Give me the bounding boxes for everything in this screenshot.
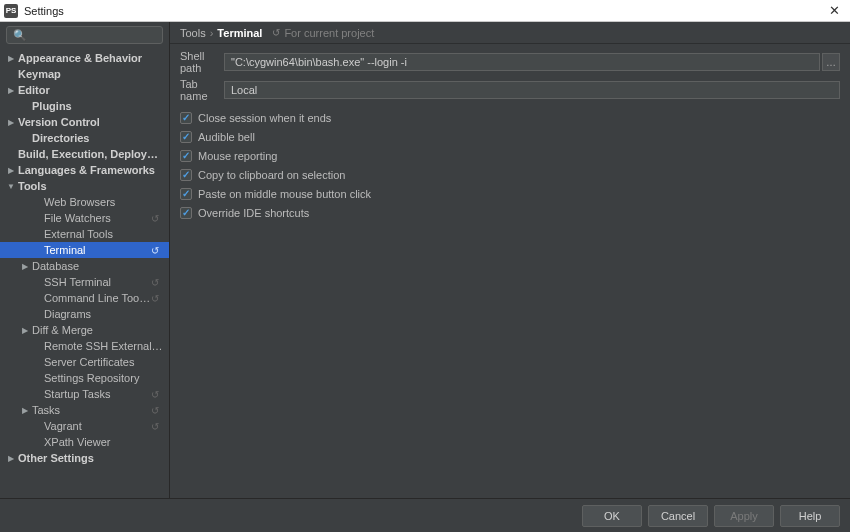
tree-item-tools[interactable]: ▼Tools <box>0 178 169 194</box>
tree-item-editor[interactable]: ▶Editor <box>0 82 169 98</box>
spacer: ▶ <box>30 374 44 383</box>
chevron-right-icon[interactable]: ▶ <box>4 54 18 63</box>
search-input[interactable] <box>31 28 173 42</box>
spacer: ▶ <box>30 390 44 399</box>
checkbox-copy-to-clipboard-on-selection[interactable]: Copy to clipboard on selection <box>180 165 840 184</box>
tree-item-external-tools[interactable]: ▶External Tools <box>0 226 169 242</box>
tree-item-appearance-behavior[interactable]: ▶Appearance & Behavior <box>0 50 169 66</box>
tab-name-row: Tab name <box>180 78 840 102</box>
tree-item-label: External Tools <box>44 228 165 240</box>
settings-tree-panel: 🔍 ▶Appearance & Behavior▶Keymap▶Editor▶P… <box>0 22 170 498</box>
chevron-right-icon: › <box>210 27 214 39</box>
settings-content-panel: Tools › Terminal ↺ For current project S… <box>170 22 850 498</box>
tree-item-label: Editor <box>18 84 165 96</box>
checkbox-box[interactable] <box>180 188 192 200</box>
tab-name-input[interactable] <box>224 81 840 99</box>
project-scope-icon: ↺ <box>151 213 165 224</box>
checkbox-label: Paste on middle mouse button click <box>198 188 371 200</box>
tree-item-label: Tasks <box>32 404 151 416</box>
tree-item-ssh-terminal[interactable]: ▶SSH Terminal↺ <box>0 274 169 290</box>
tree-item-label: File Watchers <box>44 212 151 224</box>
checkbox-label: Copy to clipboard on selection <box>198 169 345 181</box>
tree-item-build-execution-deployment[interactable]: ▶Build, Execution, Deployment <box>0 146 169 162</box>
tree-item-other-settings[interactable]: ▶Other Settings <box>0 450 169 466</box>
checkbox-box[interactable] <box>180 169 192 181</box>
chevron-down-icon[interactable]: ▼ <box>4 182 18 191</box>
checkbox-label: Audible bell <box>198 131 255 143</box>
spacer: ▶ <box>4 70 18 79</box>
checkbox-override-ide-shortcuts[interactable]: Override IDE shortcuts <box>180 203 840 222</box>
checkbox-box[interactable] <box>180 207 192 219</box>
chevron-right-icon[interactable]: ▶ <box>18 406 32 415</box>
cancel-button[interactable]: Cancel <box>648 505 708 527</box>
tree-item-database[interactable]: ▶Database <box>0 258 169 274</box>
tree-item-label: Settings Repository <box>44 372 165 384</box>
tree-item-keymap[interactable]: ▶Keymap <box>0 66 169 82</box>
tab-name-label: Tab name <box>180 78 224 102</box>
checkbox-mouse-reporting[interactable]: Mouse reporting <box>180 146 840 165</box>
tree-item-startup-tasks[interactable]: ▶Startup Tasks↺ <box>0 386 169 402</box>
spacer: ▶ <box>30 198 44 207</box>
chevron-right-icon[interactable]: ▶ <box>4 454 18 463</box>
tree-item-label: Diff & Merge <box>32 324 165 336</box>
main-container: 🔍 ▶Appearance & Behavior▶Keymap▶Editor▶P… <box>0 22 850 498</box>
apply-button[interactable]: Apply <box>714 505 774 527</box>
checkbox-close-session-when-it-ends[interactable]: Close session when it ends <box>180 108 840 127</box>
chevron-right-icon[interactable]: ▶ <box>4 118 18 127</box>
close-icon[interactable]: ✕ <box>822 3 846 18</box>
chevron-right-icon[interactable]: ▶ <box>18 262 32 271</box>
app-icon: PS <box>4 4 18 18</box>
checkbox-box[interactable] <box>180 112 192 124</box>
search-field[interactable]: 🔍 <box>6 26 163 44</box>
tree-item-label: Appearance & Behavior <box>18 52 165 64</box>
chevron-right-icon[interactable]: ▶ <box>4 166 18 175</box>
chevron-right-icon[interactable]: ▶ <box>18 326 32 335</box>
project-scope-icon: ↺ <box>151 293 165 304</box>
tree-item-command-line-tool-support[interactable]: ▶Command Line Tool Support↺ <box>0 290 169 306</box>
tree-item-tasks[interactable]: ▶Tasks↺ <box>0 402 169 418</box>
tree-item-diagrams[interactable]: ▶Diagrams <box>0 306 169 322</box>
project-scope-icon: ↺ <box>151 405 165 416</box>
tree-item-remote-ssh-external-tools[interactable]: ▶Remote SSH External Tools <box>0 338 169 354</box>
tree-item-settings-repository[interactable]: ▶Settings Repository <box>0 370 169 386</box>
tree-item-label: Directories <box>32 132 165 144</box>
ok-button[interactable]: OK <box>582 505 642 527</box>
checkbox-paste-on-middle-mouse-button-click[interactable]: Paste on middle mouse button click <box>180 184 840 203</box>
tree-item-label: Startup Tasks <box>44 388 151 400</box>
tree-item-xpath-viewer[interactable]: ▶XPath Viewer <box>0 434 169 450</box>
tree-item-label: Command Line Tool Support <box>44 292 151 304</box>
chevron-right-icon[interactable]: ▶ <box>4 86 18 95</box>
spacer: ▶ <box>4 150 18 159</box>
spacer: ▶ <box>30 230 44 239</box>
checkbox-label: Close session when it ends <box>198 112 331 124</box>
tree-item-web-browsers[interactable]: ▶Web Browsers <box>0 194 169 210</box>
tree-item-diff-merge[interactable]: ▶Diff & Merge <box>0 322 169 338</box>
tree-item-label: Version Control <box>18 116 165 128</box>
checkbox-box[interactable] <box>180 131 192 143</box>
tree-item-plugins[interactable]: ▶Plugins <box>0 98 169 114</box>
shell-path-input[interactable] <box>224 53 820 71</box>
tree-item-label: Other Settings <box>18 452 165 464</box>
tree-item-server-certificates[interactable]: ▶Server Certificates <box>0 354 169 370</box>
tree-item-vagrant[interactable]: ▶Vagrant↺ <box>0 418 169 434</box>
shell-path-label: Shell path <box>180 50 224 74</box>
project-scope-note: ↺ For current project <box>272 27 374 39</box>
project-scope-label: For current project <box>284 27 374 39</box>
tree-item-languages-frameworks[interactable]: ▶Languages & Frameworks <box>0 162 169 178</box>
spacer: ▶ <box>18 102 32 111</box>
tree-item-directories[interactable]: ▶Directories <box>0 130 169 146</box>
browse-shell-path-button[interactable]: … <box>822 53 840 71</box>
search-wrap: 🔍 <box>0 22 169 50</box>
settings-tree[interactable]: ▶Appearance & Behavior▶Keymap▶Editor▶Plu… <box>0 50 169 498</box>
checkbox-audible-bell[interactable]: Audible bell <box>180 127 840 146</box>
title-bar: PS Settings ✕ <box>0 0 850 22</box>
tree-item-terminal[interactable]: ▶Terminal↺ <box>0 242 169 258</box>
spacer: ▶ <box>30 438 44 447</box>
search-icon: 🔍 <box>13 29 27 42</box>
checkbox-box[interactable] <box>180 150 192 162</box>
breadcrumb-root[interactable]: Tools <box>180 27 206 39</box>
tree-item-version-control[interactable]: ▶Version Control <box>0 114 169 130</box>
tree-item-file-watchers[interactable]: ▶File Watchers↺ <box>0 210 169 226</box>
window-title: Settings <box>24 5 822 17</box>
help-button[interactable]: Help <box>780 505 840 527</box>
